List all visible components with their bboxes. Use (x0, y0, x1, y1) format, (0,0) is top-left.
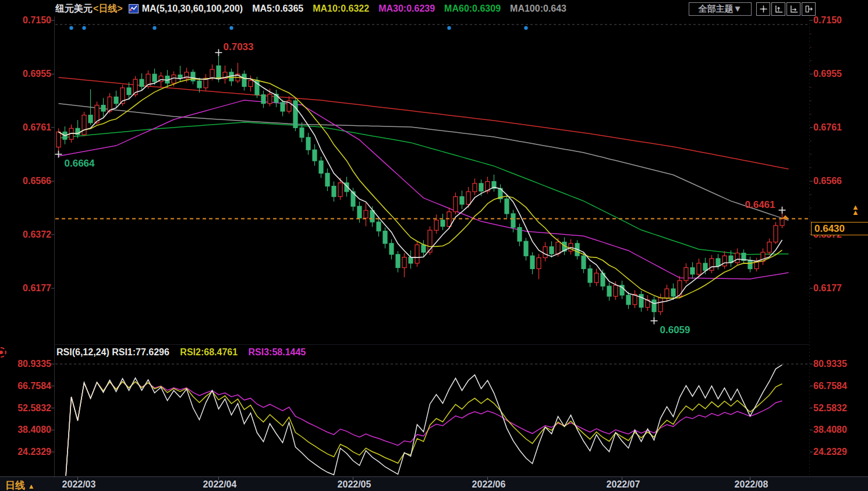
rsi-lines (65, 365, 782, 489)
event-dot-icon (153, 26, 156, 30)
rsi2-value: RSI2:68.4761 (180, 347, 238, 357)
price-chart-canvas[interactable] (0, 0, 868, 491)
axis-tick-label: 0.6177 (2, 283, 51, 293)
month-label: 2022/06 (470, 479, 508, 490)
axis-tick-label: 0.6955 (2, 69, 51, 79)
event-dot-icon (69, 26, 73, 30)
axis-tick-label: 0.6372 (2, 229, 51, 239)
axis-tick-label: 66.7584 (813, 381, 847, 391)
axis-tick-label: 0.6955 (813, 69, 842, 79)
month-label: 2022/05 (336, 479, 373, 490)
rsi1-value: RSI(6,12,24) RSI1:77.6296 (56, 347, 169, 357)
month-label: 2022/07 (605, 479, 642, 490)
axis-tick-label: 0.6566 (813, 176, 842, 186)
axis-tick-label: 0.6761 (2, 122, 51, 132)
price-extreme-label: 0.6664 (65, 158, 95, 169)
ma200-line (59, 77, 789, 169)
axis-tick-label: 0.6566 (2, 176, 51, 186)
time-axis-bar[interactable]: 日线 ▲ 2022/032022/042022/052022/062022/07… (0, 476, 868, 491)
axis-tick-label: 66.7584 (2, 381, 51, 391)
axis-tick-label: 0.7150 (2, 15, 51, 25)
axis-tick-label: 38.4080 (813, 425, 847, 435)
fast-ma-lines (59, 75, 782, 303)
candles (56, 52, 784, 321)
event-dot-icon (524, 26, 527, 30)
axis-tick-label: 24.2329 (813, 447, 847, 457)
axis-tick-label: 0.6761 (813, 122, 842, 132)
rsi-indicator-header[interactable]: RSI(6,12,24) RSI1:77.6296 RSI2:68.4761 R… (56, 347, 314, 358)
axis-tick-label: 0.6177 (813, 283, 842, 293)
price-extreme-label: 0.6059 (660, 324, 690, 336)
price-direction-arrow-icon (782, 215, 789, 218)
period-selector[interactable]: 日线 ▲ (5, 479, 35, 491)
price-extreme-label: 0.6461 (745, 199, 775, 211)
rsi3-value: RSI3:58.1445 (249, 347, 306, 357)
event-dot-icon (82, 26, 86, 30)
extreme-cross-marker (779, 207, 786, 214)
axis-tick-label: 52.5832 (813, 403, 847, 413)
axis-tick-label: 24.2329 (2, 447, 51, 457)
trading-app-window: 纽元美元<日线> MA(5,10,30,60,100,200) MA5:0.63… (0, 0, 868, 491)
ma60-line (59, 122, 789, 255)
price-up-arrows-icon: ▲▲ (852, 204, 859, 215)
rsi24-line (65, 382, 782, 489)
ma5-line (59, 75, 782, 303)
extreme-cross-marker (651, 317, 658, 324)
extreme-cross-marker (55, 151, 62, 158)
event-dot-icon (229, 26, 233, 30)
ma10-line (59, 77, 782, 298)
price-extreme-label: 0.7033 (224, 41, 254, 53)
period-arrow-icon: ▲ (28, 482, 35, 490)
axis-tick-label: 80.9335 (813, 359, 847, 369)
month-label: 2022/03 (61, 479, 98, 490)
ma100-line (59, 104, 789, 220)
axis-tick-label: 0.7150 (813, 15, 842, 25)
month-label: 2022/08 (733, 479, 770, 490)
last-price-box: 0.6430 (811, 222, 868, 235)
rsi6-line (65, 365, 782, 489)
month-label: 2022/04 (201, 479, 239, 490)
extreme-cross-marker (215, 49, 222, 56)
axis-tick-label: 80.9335 (2, 359, 51, 369)
axis-tick-label: 52.5832 (2, 403, 51, 413)
axis-tick-label: 38.4080 (2, 425, 51, 435)
event-dot-icon (447, 26, 451, 30)
